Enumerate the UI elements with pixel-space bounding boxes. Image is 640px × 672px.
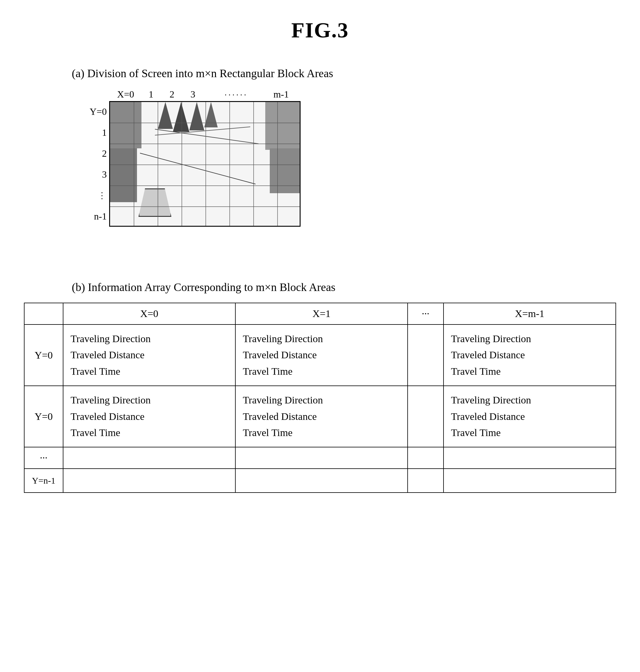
y-label-0: Y=0 xyxy=(84,101,107,122)
table-row-dots: ··· xyxy=(24,447,616,469)
y-label-dots: ⋮ xyxy=(84,185,107,206)
diagram-container: X=0 1 2 3 ······ m-1 Y=0 1 2 3 ⋮ n-1 xyxy=(84,89,301,227)
header-dots: ··· xyxy=(408,303,443,324)
page-title: FIG.3 xyxy=(24,18,616,43)
y-label-2: 2 xyxy=(84,143,107,164)
cell-line2: Traveled Distance xyxy=(243,409,400,425)
header-x0: X=0 xyxy=(63,303,235,324)
cell-content-y0-x1-first: Traveling Direction Traveled Distance Tr… xyxy=(243,331,400,380)
x-label-1: 1 xyxy=(141,89,161,100)
header-x1: X=1 xyxy=(235,303,408,324)
cell-line1: Traveling Direction xyxy=(71,392,228,408)
table-row-y0-second: Y=0 Traveling Direction Traveled Distanc… xyxy=(24,386,616,447)
cell-line3: Travel Time xyxy=(451,425,608,441)
row-label-y0-first: Y=0 xyxy=(24,324,63,386)
x-label-2: 2 xyxy=(161,89,183,100)
grid-image xyxy=(109,101,301,227)
cell-line1: Traveling Direction xyxy=(451,331,608,347)
diagram-main-row: Y=0 1 2 3 ⋮ n-1 xyxy=(84,101,301,227)
x-label-3: 3 xyxy=(183,89,203,100)
cell-y0-x1-second: Traveling Direction Traveled Distance Tr… xyxy=(235,386,408,447)
y-label-n1: n-1 xyxy=(84,206,107,227)
cell-y0-x0-second: Traveling Direction Traveled Distance Tr… xyxy=(63,386,235,447)
cell-dots-dots xyxy=(408,447,443,469)
cell-line3: Travel Time xyxy=(451,363,608,380)
x-label-0: X=0 xyxy=(111,89,141,100)
section-a: (a) Division of Screen into m×n Rectangu… xyxy=(24,67,616,263)
header-empty xyxy=(24,303,63,324)
cell-y0-dots-first xyxy=(408,324,443,386)
section-b: (b) Information Array Corresponding to m… xyxy=(24,280,616,493)
x-label-dots: ······ xyxy=(203,90,269,100)
cell-y0-dots-second xyxy=(408,386,443,447)
cell-line1: Traveling Direction xyxy=(451,392,608,408)
cell-line1: Traveling Direction xyxy=(243,331,400,347)
table-header-row: X=0 X=1 ··· X=m-1 xyxy=(24,303,616,324)
cell-dots-xm1 xyxy=(443,447,616,469)
x-label-m1: m-1 xyxy=(269,89,293,100)
cell-dots-x0 xyxy=(63,447,235,469)
y-label-1: 1 xyxy=(84,122,107,143)
cell-yn1-xm1 xyxy=(443,469,616,493)
cell-content-y0-x0-first: Traveling Direction Traveled Distance Tr… xyxy=(71,331,228,380)
cell-line3: Travel Time xyxy=(71,363,228,380)
grid-lines-svg xyxy=(110,102,300,226)
cell-y0-xm1-first: Traveling Direction Traveled Distance Tr… xyxy=(443,324,616,386)
cell-line3: Travel Time xyxy=(243,363,400,380)
cell-line2: Traveled Distance xyxy=(71,347,228,363)
cell-y0-x1-first: Traveling Direction Traveled Distance Tr… xyxy=(235,324,408,386)
section-a-label: (a) Division of Screen into m×n Rectangu… xyxy=(72,67,616,80)
header-xm1: X=m-1 xyxy=(443,303,616,324)
cell-y0-x0-first: Traveling Direction Traveled Distance Tr… xyxy=(63,324,235,386)
cell-yn1-dots xyxy=(408,469,443,493)
row-label-yn1: Y=n-1 xyxy=(24,469,63,493)
cell-line2: Traveled Distance xyxy=(451,409,608,425)
cell-content-y0-xm1-first: Traveling Direction Traveled Distance Tr… xyxy=(451,331,608,380)
cell-content-y0-x0-second: Traveling Direction Traveled Distance Tr… xyxy=(71,392,228,441)
cell-line1: Traveling Direction xyxy=(243,392,400,408)
cell-content-y0-x1-second: Traveling Direction Traveled Distance Tr… xyxy=(243,392,400,441)
cell-yn1-x1 xyxy=(235,469,408,493)
cell-line2: Traveled Distance xyxy=(71,409,228,425)
section-b-label: (b) Information Array Corresponding to m… xyxy=(72,280,616,294)
cell-line2: Traveled Distance xyxy=(243,347,400,363)
x-axis-labels: X=0 1 2 3 ······ m-1 xyxy=(111,89,301,100)
cell-line3: Travel Time xyxy=(71,425,228,441)
info-table: X=0 X=1 ··· X=m-1 Y=0 Traveling Directio… xyxy=(24,303,616,493)
cell-line1: Traveling Direction xyxy=(71,331,228,347)
cell-line3: Travel Time xyxy=(243,425,400,441)
table-row-yn1: Y=n-1 xyxy=(24,469,616,493)
cell-yn1-x0 xyxy=(63,469,235,493)
row-label-dots: ··· xyxy=(24,447,63,469)
cell-y0-xm1-second: Traveling Direction Traveled Distance Tr… xyxy=(443,386,616,447)
cell-dots-x1 xyxy=(235,447,408,469)
cell-line2: Traveled Distance xyxy=(451,347,608,363)
y-axis-labels: Y=0 1 2 3 ⋮ n-1 xyxy=(84,101,109,227)
cell-content-y0-xm1-second: Traveling Direction Traveled Distance Tr… xyxy=(451,392,608,441)
table-row-y0-first: Y=0 Traveling Direction Traveled Distanc… xyxy=(24,324,616,386)
row-label-y0-second: Y=0 xyxy=(24,386,63,447)
y-label-3: 3 xyxy=(84,164,107,185)
